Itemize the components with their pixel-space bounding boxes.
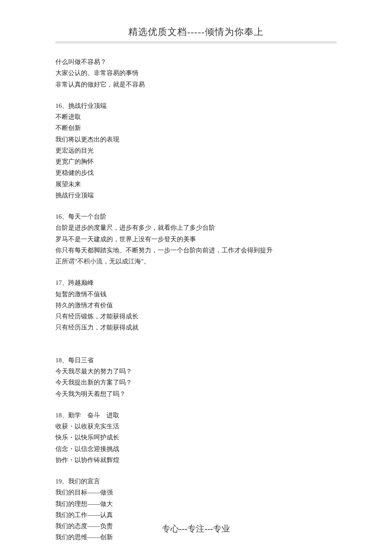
text-line: 持久的激情才有价值 bbox=[55, 300, 337, 311]
text-line: 更稳健的步伐 bbox=[55, 167, 337, 178]
header-rule-1 bbox=[55, 42, 337, 42]
text-line: 18、勤学 奋斗 进取 bbox=[55, 410, 337, 421]
text-line: 台阶是进步的度量尺，进步有多少，就看你上了多少台阶 bbox=[55, 222, 337, 233]
text-line: 信念・以信念迎接挑战 bbox=[55, 443, 337, 454]
text-line: 快乐・以快乐呵护成长 bbox=[55, 432, 337, 443]
text-line: 今天我为明天着想了吗？ bbox=[55, 388, 337, 399]
text-line: 罗马不是一天建成的，世界上没有一步登天的美事 bbox=[55, 234, 337, 245]
text-line: 更宏远的目光 bbox=[55, 145, 337, 156]
text-block: 16、挑战行业顶端 不断进取 不断创新 我们将以更杰出的表现 更宏远的目光 更宽… bbox=[55, 100, 337, 201]
text-line: 16、挑战行业顶端 bbox=[55, 100, 337, 111]
text-line: 大家公认的、非常容易的事情 bbox=[55, 67, 337, 78]
text-line: 今天我尽最大的努力了吗？ bbox=[55, 366, 337, 377]
page-header: 精选优质文档-----倾情为你奉上 bbox=[55, 26, 337, 38]
text-block: 18、每日三省 今天我尽最大的努力了吗？ 今天我提出新的方案了吗？ 今天我为明天… bbox=[55, 344, 337, 399]
text-block: 17、跨越巅峰 短暂的激情不值钱 持久的激情才有价值 只有经历锻炼，才能获得成长… bbox=[55, 277, 337, 333]
text-line: 收获・以收获充实生活 bbox=[55, 421, 337, 432]
text-line: 挑战行业顶端 bbox=[55, 190, 337, 201]
text-line: 短暂的激情不值钱 bbox=[55, 289, 337, 300]
text-line: 只有经历锻炼，才能获得成长 bbox=[55, 311, 337, 322]
text-block: 什么叫做不容易？ 大家公认的、非常容易的事情 非常认真的做好它，就是不容易 bbox=[55, 56, 337, 90]
text-block: 16、每天一个台阶 台阶是进步的度量尺，进步有多少，就看你上了多少台阶 罗马不是… bbox=[55, 211, 337, 267]
text-line bbox=[55, 344, 337, 355]
text-line: 不断创新 bbox=[55, 122, 337, 133]
text-line: 我们的理想——做大 bbox=[55, 498, 337, 509]
text-line: 不断进取 bbox=[55, 111, 337, 122]
text-line: 只有经历压力，才能获得成就 bbox=[55, 322, 337, 333]
text-line: 更宽广的胸怀 bbox=[55, 156, 337, 167]
text-line: 19、我们的宣言 bbox=[55, 476, 337, 487]
text-line: 我们将以更杰出的表现 bbox=[55, 134, 337, 145]
text-line: 展望未来 bbox=[55, 179, 337, 190]
text-line: 正所谓"不积小流，无以成江海"。 bbox=[55, 256, 337, 267]
text-line: 非常认真的做好它，就是不容易 bbox=[55, 79, 337, 90]
text-block: 18、勤学 奋斗 进取 收获・以收获充实生活 快乐・以快乐呵护成长 信念・以信念… bbox=[55, 410, 337, 465]
text-line: 什么叫做不容易？ bbox=[55, 56, 337, 67]
text-line: 我们的工作——认真 bbox=[55, 509, 337, 520]
text-line: 我们的目标——做强 bbox=[55, 487, 337, 498]
text-line: 协作・以协作铸就辉煌 bbox=[55, 454, 337, 465]
page-footer: 专心---专注---专业 bbox=[0, 523, 392, 535]
text-line: 你只有每天都脚踏实地、不断努力，一步一个台阶向前进，工作才会得到提升 bbox=[55, 245, 337, 256]
text-line: 17、跨越巅峰 bbox=[55, 277, 337, 288]
document-content: 什么叫做不容易？ 大家公认的、非常容易的事情 非常认真的做好它，就是不容易 16… bbox=[55, 56, 337, 543]
text-line: 16、每天一个台阶 bbox=[55, 211, 337, 222]
document-page: 精选优质文档-----倾情为你奉上 什么叫做不容易？ 大家公认的、非常容易的事情… bbox=[0, 0, 392, 555]
text-line: 18、每日三省 bbox=[55, 355, 337, 366]
header-rule-2 bbox=[55, 43, 337, 43]
text-line: 今天我提出新的方案了吗？ bbox=[55, 377, 337, 388]
